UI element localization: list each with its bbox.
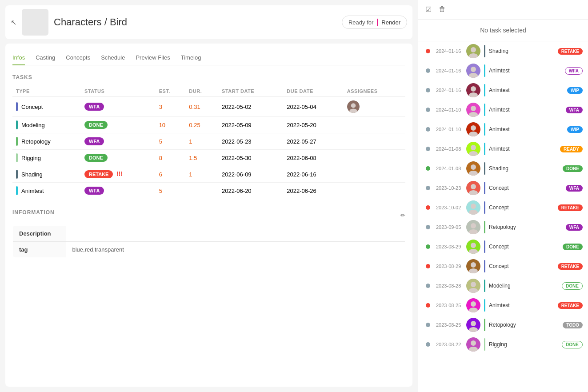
table-row[interactable]: Shading RETAKE !!! 6 1 2022-06-09 2022-0…	[12, 166, 405, 183]
timeline-avatar	[466, 318, 480, 332]
timeline-task-bar	[484, 280, 485, 292]
entity-thumbnail: 🐦 📷🌿	[22, 9, 48, 36]
timeline-avatar	[466, 44, 480, 58]
tab-infos[interactable]: Infos	[12, 51, 25, 65]
timeline-dot	[426, 342, 430, 347]
tab-schedule[interactable]: Schedule	[101, 51, 125, 65]
timeline-date: 2024-01-10	[436, 126, 463, 132]
timeline-item[interactable]: 2023-08-29 Concept DONE	[418, 237, 588, 256]
task-color-bar	[16, 102, 18, 111]
task-type-cell: Modeling	[12, 117, 81, 133]
task-color-bar	[16, 170, 18, 179]
timeline-task-bar	[484, 221, 485, 233]
table-row[interactable]: Animtest WFA 5 2022-06-20 2022-06-26	[12, 183, 405, 199]
col-assignees: ASSIGNEES	[344, 86, 405, 97]
ready-for-value: Render	[381, 19, 400, 26]
check-icon[interactable]: ☑	[425, 5, 432, 14]
task-est: 3	[156, 97, 186, 117]
timeline-status-badge: DONE	[563, 244, 583, 250]
timeline-line	[424, 147, 432, 151]
back-button[interactable]: ↖	[11, 18, 16, 27]
tab-timelog[interactable]: Timelog	[181, 51, 201, 65]
task-dur	[185, 183, 218, 199]
edit-info-button[interactable]: ✏	[400, 212, 405, 219]
timeline-item[interactable]: 2023-08-28 Modeling DONE	[418, 276, 588, 296]
task-status-cell: DONE	[81, 150, 156, 166]
timeline-avatar	[466, 142, 480, 156]
table-row[interactable]: Concept WFA 3 0.31 2022-05-02 2022-05-04	[12, 97, 405, 117]
table-row[interactable]: Rigging DONE 8 1.5 2022-05-30 2022-06-08	[12, 150, 405, 166]
timeline-avatar	[466, 240, 480, 254]
timeline-task-name: Shading	[489, 165, 559, 172]
timeline-item[interactable]: 2024-01-16 Animtest WIP	[418, 80, 588, 100]
task-type-cell: Concept	[12, 97, 81, 117]
svg-point-46	[471, 301, 476, 307]
timeline-item[interactable]: 2024-01-16 Animtest WFA	[418, 61, 588, 80]
table-row[interactable]: Modeling DONE 10 0.25 2022-05-09 2022-05…	[12, 117, 405, 133]
timeline-task-bar	[484, 104, 485, 116]
timeline-item[interactable]: 2024-01-08 Shading DONE	[418, 159, 588, 178]
timeline-dot	[426, 49, 430, 53]
timeline-avatar	[466, 181, 480, 195]
timeline-status-badge: DONE	[563, 165, 583, 172]
timeline-item[interactable]: 2023-08-29 Concept RETAKE	[418, 256, 588, 276]
timeline-status-badge: DONE	[562, 341, 583, 348]
timeline-item[interactable]: 2023-08-25 Animtest RETAKE	[418, 296, 588, 315]
timeline-line	[424, 68, 432, 73]
page-header: ↖ 🐦 📷🌿 Characters / Bird Ready for Rende…	[5, 5, 412, 39]
timeline-item[interactable]: 2023-10-23 Concept WFA	[418, 178, 588, 198]
task-color-bar	[16, 137, 18, 146]
timeline-line	[424, 323, 432, 327]
task-due: 2022-05-27	[283, 133, 344, 150]
timeline-date: 2024-01-16	[436, 87, 463, 93]
task-type-name: Modeling	[21, 122, 45, 128]
table-row[interactable]: Retopology WFA 5 1 2022-05-23 2022-05-27	[12, 133, 405, 150]
timeline-status-badge: WIP	[567, 87, 583, 94]
info-table: Description tag blue,red,transparent	[12, 225, 405, 258]
timeline-item[interactable]: 2024-01-16 Shading RETAKE	[418, 41, 588, 61]
timeline-status-badge: RETAKE	[558, 263, 583, 270]
timeline-status-badge: WFA	[566, 185, 583, 192]
timeline-line	[424, 205, 432, 210]
timeline-status-badge: READY	[560, 146, 583, 152]
trash-icon[interactable]: 🗑	[439, 5, 446, 14]
timeline-task-bar	[484, 201, 485, 214]
timeline-avatar	[466, 259, 480, 273]
svg-point-40	[471, 262, 476, 268]
tab-preview-files[interactable]: Preview Files	[136, 51, 170, 65]
timeline-task-bar	[484, 182, 485, 194]
timeline-item[interactable]: 2024-01-08 Animtest READY	[418, 139, 588, 159]
timeline-task-bar	[484, 162, 485, 175]
timeline-date: 2023-09-05	[436, 224, 463, 230]
svg-point-34	[471, 223, 476, 228]
timeline-task-bar	[484, 338, 485, 351]
task-dur: 1	[185, 166, 218, 183]
timeline-item[interactable]: 2024-01-10 Animtest WIP	[418, 120, 588, 139]
timeline-date: 2023-08-25	[436, 302, 463, 308]
task-due: 2022-05-04	[283, 97, 344, 117]
tab-casting[interactable]: Casting	[36, 51, 55, 65]
avatar	[347, 100, 360, 113]
timeline-item[interactable]: 2024-01-10 Animtest WFA	[418, 100, 588, 120]
col-type: TYPE	[12, 86, 81, 97]
timeline-item[interactable]: 2023-08-22 Rigging DONE	[418, 335, 588, 354]
task-start: 2022-06-09	[218, 166, 283, 183]
task-due: 2022-06-08	[283, 150, 344, 166]
timeline-line	[424, 186, 432, 190]
timeline-date: 2023-10-23	[436, 185, 463, 191]
timeline-item[interactable]: 2023-09-05 Retopology WFA	[418, 217, 588, 237]
timeline-date: 2023-08-29	[436, 263, 463, 269]
timeline-item[interactable]: 2023-10-02 Concept RETAKE	[418, 198, 588, 217]
info-header: INFORMATION ✏	[12, 209, 405, 221]
timeline-dot	[426, 108, 430, 112]
tab-concepts[interactable]: Concepts	[66, 51, 90, 65]
task-start: 2022-06-20	[218, 183, 283, 199]
ready-for-button[interactable]: Ready for Render	[342, 16, 407, 29]
svg-point-28	[471, 184, 476, 189]
timeline-date: 2023-08-29	[436, 244, 463, 250]
timeline-task-bar	[484, 260, 485, 272]
timeline-dot	[426, 205, 430, 210]
timeline-avatar	[466, 220, 480, 234]
timeline-avatar	[466, 279, 480, 293]
timeline-item[interactable]: 2023-08-25 Retopology TODO	[418, 315, 588, 335]
